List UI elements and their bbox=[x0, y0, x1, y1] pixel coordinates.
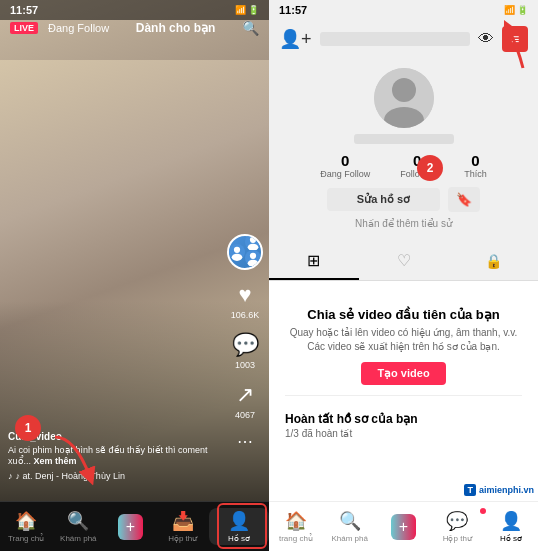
inbox-label-right: Hộp thư bbox=[443, 534, 472, 543]
svg-point-1 bbox=[234, 247, 240, 253]
tab-videos[interactable]: ⊞ bbox=[269, 243, 359, 280]
profile-avatar bbox=[374, 68, 434, 128]
complete-profile-section: Hoàn tất hồ sơ của bạn 1/3 đã hoàn tất bbox=[285, 406, 522, 445]
music-note-icon: ♪ bbox=[8, 471, 13, 481]
profile-content: Chia sẻ video đầu tiên của bạn Quay hoặc… bbox=[269, 281, 538, 501]
svg-point-6 bbox=[392, 78, 416, 102]
tab-private[interactable]: 🔒 bbox=[448, 243, 538, 280]
edit-profile-button[interactable]: Sửa hồ sơ bbox=[327, 188, 440, 211]
nav-highlight bbox=[217, 503, 267, 549]
watermark-t: T bbox=[464, 484, 476, 496]
search-icon[interactable]: 🔍 bbox=[242, 20, 259, 36]
heart-icon: ♥ bbox=[238, 282, 251, 308]
nav-add-right[interactable]: + bbox=[377, 514, 431, 540]
profile-label-right: Hồ sơ bbox=[500, 534, 522, 543]
right-status-icons: 📶 🔋 bbox=[504, 5, 528, 15]
add-button-right[interactable]: + bbox=[391, 514, 416, 540]
bio-text[interactable]: Nhấn để thêm tiểu sử bbox=[355, 218, 452, 229]
add-user-icon[interactable]: 👤+ bbox=[279, 28, 312, 50]
profile-name bbox=[354, 134, 454, 144]
share-icon: ↗ bbox=[236, 382, 254, 408]
watermark-site: aimienphi.vn bbox=[479, 485, 534, 495]
video-avatar[interactable] bbox=[227, 234, 263, 270]
explore-label-right: Khám phá bbox=[331, 534, 367, 543]
following-count: 0 bbox=[341, 152, 349, 169]
like-control[interactable]: ♥ 106.6K bbox=[231, 282, 260, 320]
left-time: 11:57 bbox=[10, 4, 38, 16]
inbox-icon-right: 💬 bbox=[446, 510, 468, 532]
explore-label: Khám phá bbox=[60, 534, 96, 543]
profile-tabs: ⊞ ♡ 🔒 bbox=[269, 243, 538, 281]
likes-label: Thích bbox=[464, 169, 487, 179]
create-video-button[interactable]: Tạo video bbox=[361, 362, 445, 385]
follow-text[interactable]: Đang Follow bbox=[48, 22, 109, 34]
home-icon-right: 🏠 bbox=[285, 510, 307, 532]
arrow-left bbox=[45, 427, 105, 491]
nav-add-left[interactable]: + bbox=[104, 514, 156, 540]
home-icon: 🏠 bbox=[15, 510, 37, 532]
svg-point-2 bbox=[232, 254, 243, 261]
live-badge[interactable]: LIVE bbox=[10, 22, 38, 34]
comment-icon: 💬 bbox=[232, 332, 259, 358]
home-label-right: trang chủ bbox=[279, 534, 313, 543]
right-time: 11:57 bbox=[279, 4, 307, 16]
share-title: Chia sẻ video đầu tiên của bạn bbox=[285, 307, 522, 322]
share-desc: Quay hoặc tải lên video có hiệu ứng, âm … bbox=[285, 326, 522, 354]
inbox-icon: 📥 bbox=[172, 510, 194, 532]
profile-icon-right: 👤 bbox=[500, 510, 522, 532]
watermark: T aimienphi.vn bbox=[464, 484, 534, 496]
video-caption: Ai coi phim hoạt hình sẽ đều thấy biết t… bbox=[8, 445, 219, 468]
nav-home-left[interactable]: 🏠 Trang chủ bbox=[0, 510, 52, 543]
tab-liked[interactable]: ♡ bbox=[359, 243, 449, 280]
nav-explore-left[interactable]: 🔍 Khám phá bbox=[52, 510, 104, 543]
badge-1: 1 bbox=[15, 415, 41, 441]
nav-profile-right[interactable]: 👤 Hồ sơ bbox=[484, 510, 538, 543]
explore-icon: 🔍 bbox=[67, 510, 89, 532]
explore-icon-right: 🔍 bbox=[339, 510, 361, 532]
right-status-bar: 11:57 📶 🔋 bbox=[269, 0, 538, 20]
share-control[interactable]: ↗ 4067 bbox=[235, 382, 255, 420]
nav-inbox-left[interactable]: 📥 Hộp thư bbox=[157, 510, 209, 543]
home-label: Trang chủ bbox=[8, 534, 44, 543]
video-overlay: Cute_video Ai coi phim hoạt hình sẽ đều … bbox=[8, 431, 219, 481]
video-controls: ♥ 106.6K 💬 1003 ↗ 4067 ⋯ bbox=[227, 234, 263, 451]
music-info: ♪ ♪ at. Denj - Hoàng Thùy Lin bbox=[8, 471, 219, 481]
likes-count: 0 bbox=[471, 152, 479, 169]
right-phone: 11:57 📶 🔋 👤+ 👁 ≡ bbox=[269, 0, 538, 551]
add-button-left[interactable]: + bbox=[118, 514, 143, 540]
stat-following: 0 Đang Follow bbox=[320, 152, 370, 179]
nav-home-right[interactable]: 🏠 trang chủ bbox=[269, 510, 323, 543]
comment-count: 1003 bbox=[235, 360, 255, 370]
inbox-label: Hộp thư bbox=[168, 534, 197, 543]
left-status-icons: 📶 🔋 bbox=[235, 5, 259, 15]
badge-2: 2 bbox=[417, 155, 443, 181]
stats-row: 0 Đang Follow 0 Follower 0 Thích bbox=[269, 152, 538, 179]
more-icon: ⋯ bbox=[237, 432, 253, 451]
stat-likes: 0 Thích bbox=[464, 152, 487, 179]
action-row: Sửa hồ sơ 🔖 bbox=[327, 187, 480, 212]
comment-control[interactable]: 💬 1003 bbox=[232, 332, 259, 370]
left-top-bar: LIVE Đang Follow Dành cho bạn 🔍 bbox=[0, 16, 269, 40]
username-bar bbox=[320, 32, 470, 46]
profile-section: 0 Đang Follow 0 Follower 0 Thích Sửa hồ … bbox=[269, 58, 538, 243]
complete-title: Hoàn tất hồ sơ của bạn bbox=[285, 412, 522, 426]
more-control[interactable]: ⋯ bbox=[237, 432, 253, 451]
grid-icon: ⊞ bbox=[307, 251, 320, 270]
right-bottom-nav: 🏠 trang chủ 🔍 Khám phá + 💬 Hộp thư 👤 Hồ … bbox=[269, 501, 538, 551]
arrow-right bbox=[468, 18, 528, 77]
bookmark-button[interactable]: 🔖 bbox=[448, 187, 480, 212]
share-count: 4067 bbox=[235, 410, 255, 420]
nav-explore-right[interactable]: 🔍 Khám phá bbox=[323, 510, 377, 543]
left-phone: 11:57 📶 🔋 LIVE Đang Follow Dành cho bạn … bbox=[0, 0, 269, 551]
nav-inbox-right[interactable]: 💬 Hộp thư bbox=[430, 510, 484, 543]
center-text: Dành cho bạn bbox=[136, 21, 216, 35]
like-count: 106.6K bbox=[231, 310, 260, 320]
heart-tab-icon: ♡ bbox=[397, 251, 411, 270]
following-label: Đang Follow bbox=[320, 169, 370, 179]
complete-subtitle: 1/3 đã hoàn tất bbox=[285, 428, 522, 439]
share-video-section: Chia sẻ video đầu tiên của bạn Quay hoặc… bbox=[285, 297, 522, 396]
lock-icon: 🔒 bbox=[485, 253, 502, 269]
